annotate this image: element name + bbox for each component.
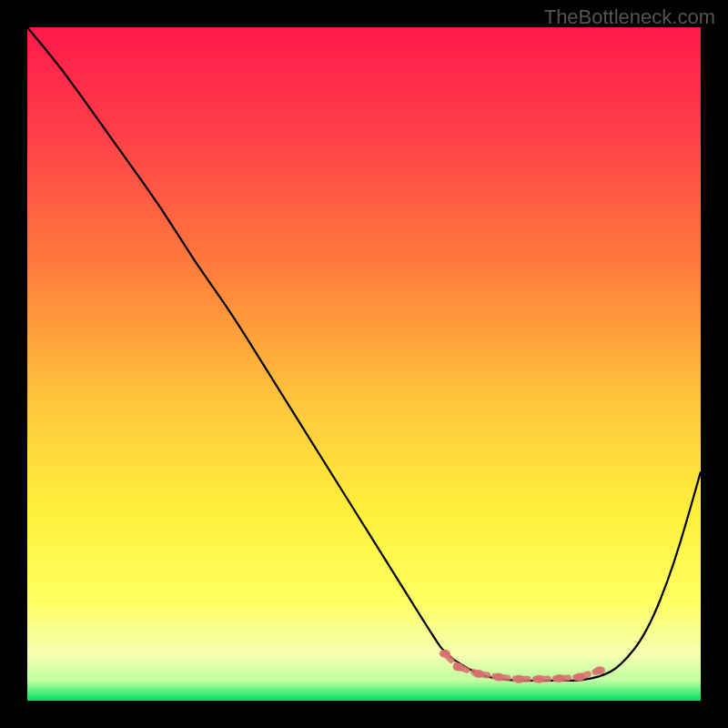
svg-point-13 (513, 675, 524, 683)
svg-point-14 (533, 675, 544, 683)
svg-point-16 (574, 673, 585, 682)
svg-point-10 (453, 663, 464, 672)
chart-plot-area (27, 27, 701, 701)
svg-point-9 (440, 650, 450, 658)
chart-curve (27, 27, 701, 701)
watermark-text: TheBottleneck.com (544, 5, 715, 29)
svg-point-12 (493, 673, 504, 682)
svg-point-17 (594, 666, 605, 674)
svg-point-15 (554, 674, 565, 682)
svg-point-11 (473, 670, 484, 678)
